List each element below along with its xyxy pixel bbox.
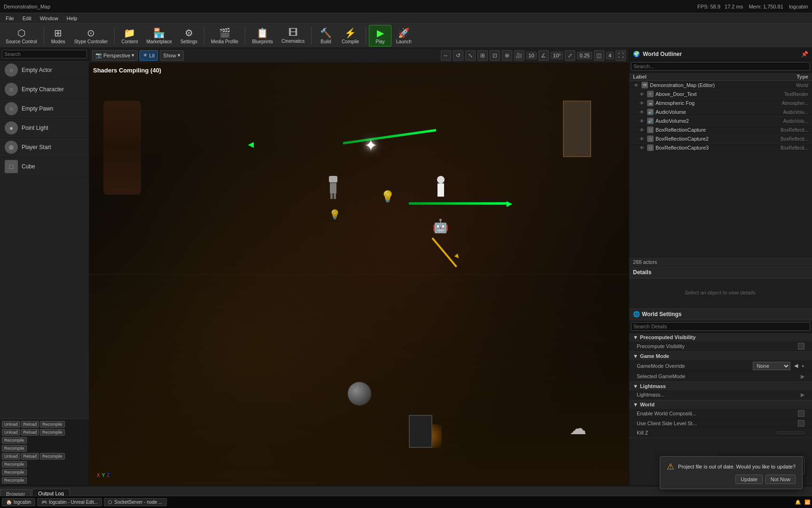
vis-icon-box2[interactable]: 👁: [639, 135, 645, 142]
taskbar-label-logcabin: logcabin: [14, 500, 31, 505]
launch-button[interactable]: 🚀 Launch: [392, 25, 415, 47]
plugin-reload-1[interactable]: Reload: [21, 421, 39, 428]
show-toggle[interactable]: Show ▾: [160, 50, 184, 61]
camera-icon: 📷: [95, 52, 102, 58]
modes-button[interactable]: ⊞ Modes: [47, 25, 70, 47]
play-button[interactable]: ▶ Play: [369, 25, 391, 47]
enable-world-checkbox[interactable]: [798, 410, 804, 417]
camera-speed-btn[interactable]: 🎥: [514, 50, 524, 61]
blueprints-button[interactable]: 📋 Blueprints: [248, 25, 276, 47]
scale-icon-btn2[interactable]: ⤢: [565, 50, 575, 61]
source-control-button[interactable]: ⬡ Source Control: [2, 25, 41, 47]
outliner-item-demo-map[interactable]: 👁 🗺 Demonstration_Map (Editor) World: [629, 81, 812, 90]
view-mode-icon-btn[interactable]: ◫: [594, 50, 604, 61]
angle-icon-btn[interactable]: ∠: [539, 50, 549, 61]
game-mode-header[interactable]: ▼ Game Mode: [629, 352, 812, 360]
outliner-item-audio-volume2[interactable]: 👁 🔊 AudioVolume2 AudioVolu...: [629, 117, 812, 126]
menu-window[interactable]: Window: [36, 15, 62, 22]
maximize-icon-btn[interactable]: ⛶: [616, 50, 626, 61]
scale-icon-btn[interactable]: ⤡: [465, 50, 476, 61]
grid-size-num[interactable]: 10: [526, 52, 537, 59]
vis-icon-demo-map[interactable]: 👁: [633, 82, 640, 88]
viewport[interactable]: ▶ ▶ ✦ 💡 💡 🤖: [89, 63, 629, 485]
lit-toggle[interactable]: ☀ Lit: [140, 50, 158, 61]
vis-icon-atmos-fog[interactable]: 👁: [639, 100, 645, 106]
placement-item-point-light[interactable]: ● Point Light: [0, 119, 89, 138]
world-section-header[interactable]: ▼ World: [629, 400, 812, 409]
snap-icon-btn[interactable]: ⊡: [490, 50, 500, 61]
gamemode-add-icon[interactable]: +: [802, 363, 804, 369]
placement-item-empty-actor[interactable]: ○ Empty Actor: [0, 61, 89, 80]
vis-icon-box1[interactable]: 👁: [639, 127, 645, 133]
plugin-recompile-5[interactable]: Recompile: [40, 453, 65, 460]
translate-icon-btn[interactable]: ↔: [441, 50, 451, 61]
content-button[interactable]: 📁 Content: [117, 25, 141, 47]
precompute-visibility-checkbox[interactable]: [798, 343, 804, 349]
update-button[interactable]: Update: [735, 475, 762, 484]
menu-file[interactable]: File: [2, 15, 18, 22]
coord-icon-btn[interactable]: ⊕: [502, 50, 512, 61]
vis-icon-box3[interactable]: 👁: [639, 144, 645, 151]
outliner-item-box-reflect[interactable]: 👁 ◻ BoxReflectionCapture BoxReflecti...: [629, 126, 812, 135]
plugin-recompile-2[interactable]: Recompile: [40, 429, 65, 436]
outliner-search-input[interactable]: [631, 62, 810, 71]
yellow-character: 🤖: [432, 218, 449, 234]
not-now-button[interactable]: Not Now: [765, 475, 796, 484]
marketplace-button[interactable]: 🏪 Marketplace: [142, 25, 175, 47]
taskbar-item-unreal[interactable]: 🎮 logcabin - Unreal Edit...: [37, 498, 102, 506]
gamemode-nav-icon[interactable]: ◀: [794, 363, 798, 369]
media-profile-button[interactable]: 🎬 Media Profile: [207, 25, 242, 47]
taskbar-item-logcabin[interactable]: 🏠 logcabin: [2, 498, 35, 506]
show-chevron-icon: ▾: [178, 52, 180, 58]
grid-icon-btn[interactable]: ⊞: [477, 50, 488, 61]
outliner-item-atmos-fog[interactable]: 👁 ☁ Atmospheric Fog Atmospher...: [629, 99, 812, 108]
plugin-recompile-6[interactable]: Recompile: [2, 461, 27, 468]
taskbar-item-node[interactable]: ⬡ SocketServer - node ...: [104, 498, 166, 506]
client-side-checkbox[interactable]: [798, 420, 804, 427]
plugin-recompile-7[interactable]: Recompile: [2, 469, 27, 476]
placement-item-empty-pawn[interactable]: ○ Empty Pawn: [0, 99, 89, 119]
rotate-icon-btn[interactable]: ↺: [453, 50, 463, 61]
angle-num[interactable]: 10°: [551, 52, 563, 59]
world-section-label: World: [640, 402, 655, 407]
lightmass-header[interactable]: ▼ Lightmass: [629, 382, 812, 390]
cinematics-button[interactable]: 🎞 Cinematics: [278, 25, 308, 47]
plugin-recompile-1[interactable]: Recompile: [40, 421, 65, 428]
stype-controller-button[interactable]: ⊙ Stype Controller: [70, 25, 112, 47]
details-select-prompt: Select an object to view details.: [685, 290, 757, 295]
placement-item-empty-character[interactable]: ○ Empty Character: [0, 80, 89, 99]
plugin-reload-2[interactable]: Reload: [21, 429, 39, 436]
kill-z-value[interactable]: [776, 432, 804, 434]
plugin-unload-5[interactable]: Unload: [2, 453, 20, 460]
view-num[interactable]: 4: [606, 52, 614, 59]
precomputed-visibility-header[interactable]: ▼ Precomputed Visibility: [629, 333, 812, 341]
scale-num[interactable]: 0.25: [577, 52, 592, 59]
plugin-unload-1[interactable]: Unload: [2, 421, 20, 428]
placement-item-player-start[interactable]: ⊕ Player Start: [0, 138, 89, 157]
build-button[interactable]: 🔨 Build: [314, 25, 337, 47]
menu-help[interactable]: Help: [63, 15, 81, 22]
perspective-toggle[interactable]: 📷 Perspective ▾: [92, 50, 138, 61]
outliner-item-audio-volume[interactable]: 👁 🔊 AudioVolume AudioVolu...: [629, 108, 812, 117]
outliner-item-box-reflect2[interactable]: 👁 ◻ BoxReflectionCapture2 BoxReflecti...: [629, 135, 812, 143]
outliner-type-atmos-fog: Atmospher...: [782, 101, 808, 106]
placement-search-input[interactable]: [2, 50, 87, 58]
placement-item-cube[interactable]: □ Cube: [0, 157, 89, 176]
menu-edit[interactable]: Edit: [19, 15, 35, 22]
plugin-reload-5[interactable]: Reload: [21, 453, 39, 460]
vis-icon-audio2[interactable]: 👁: [639, 118, 645, 124]
plugin-recompile-8[interactable]: Recompile: [2, 477, 27, 484]
plugin-recompile-3[interactable]: Recompile: [2, 437, 27, 444]
settings-button[interactable]: ⚙ Settings: [177, 25, 201, 47]
vis-icon-audio[interactable]: 👁: [639, 109, 645, 115]
outliner-item-box-reflect3[interactable]: 👁 ◻ BoxReflectionCapture3 BoxReflecti...: [629, 143, 812, 152]
world-settings-search-input[interactable]: [631, 322, 810, 331]
outliner-pin-icon[interactable]: 📌: [801, 51, 808, 57]
plugin-unload-2[interactable]: Unload: [2, 429, 20, 436]
gamemode-override-dropdown[interactable]: None: [753, 362, 790, 370]
plugin-row-1: Unload Reload Recompile: [2, 421, 87, 428]
vis-icon-above-door[interactable]: 👁: [639, 91, 645, 97]
plugin-recompile-4[interactable]: Recompile: [2, 445, 27, 452]
compile-button[interactable]: ⚡ Compile: [338, 25, 363, 47]
outliner-item-above-door[interactable]: 👁 T Above_Door_Text TextRender: [629, 90, 812, 99]
